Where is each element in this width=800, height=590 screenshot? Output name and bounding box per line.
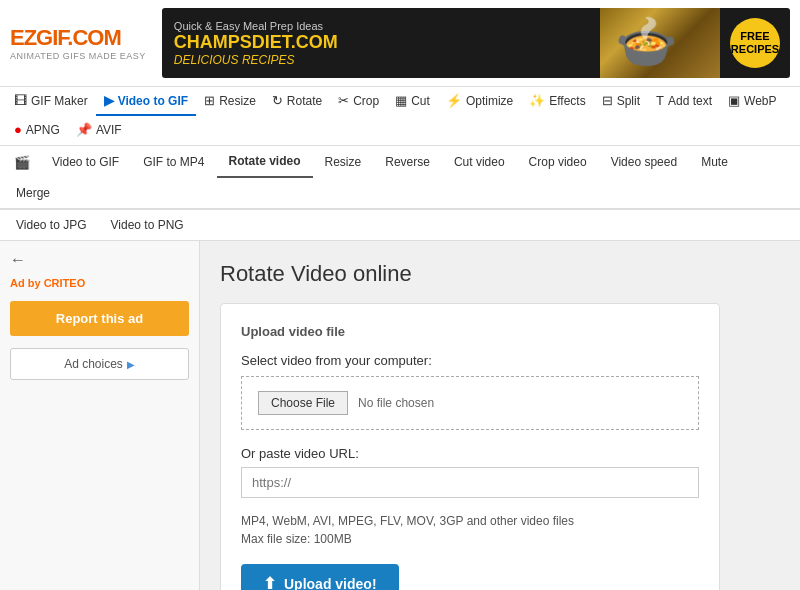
gif-maker-icon: 🎞 [14,93,27,108]
ad-food-image [600,8,720,78]
sub-nav-rotate-video[interactable]: Rotate video [217,146,313,178]
nav-rotate-label: Rotate [287,94,322,108]
split-icon: ⊟ [602,93,613,108]
avif-icon: 📌 [76,122,92,137]
nav-gif-maker[interactable]: 🎞 GIF Maker [6,87,96,116]
nav-cut-label: Cut [411,94,430,108]
nav-effects-label: Effects [549,94,585,108]
file-info: MP4, WebM, AVI, MPEG, FLV, MOV, 3GP and … [241,512,699,548]
optimize-icon: ⚡ [446,93,462,108]
report-ad-button[interactable]: Report this ad [10,301,189,336]
file-input-area: Choose File No file chosen [241,376,699,430]
select-label: Select video from your computer: [241,353,699,368]
nav-webp[interactable]: ▣ WebP [720,87,784,116]
sub-nav: 🎬 Video to GIF GIF to MP4 Rotate video R… [0,146,800,210]
upload-section-title: Upload video file [241,324,699,339]
sub-nav-row2: Video to JPG Video to PNG [0,210,800,241]
url-input[interactable] [241,467,699,498]
nav-apng-label: APNG [26,123,60,137]
upload-button[interactable]: ⬆ Upload video! [241,564,399,590]
rotate-icon: ↻ [272,93,283,108]
upload-btn-label: Upload video! [284,576,377,591]
sub-nav-merge[interactable]: Merge [4,178,62,208]
upload-icon: ⬆ [263,574,276,590]
ad-choices-arrow-icon: ▶ [127,359,135,370]
sub-nav-gif-to-mp4[interactable]: GIF to MP4 [131,147,216,177]
content: Rotate Video online Upload video file Se… [200,241,800,590]
nav-cut[interactable]: ▦ Cut [387,87,438,116]
sub-nav-cut-video[interactable]: Cut video [442,147,517,177]
ad-badge: FREE RECIPES [730,18,780,68]
no-file-text: No file chosen [358,396,434,410]
sub-nav-video-to-png[interactable]: Video to PNG [99,210,196,240]
choose-file-button[interactable]: Choose File [258,391,348,415]
upload-box: Upload video file Select video from your… [220,303,720,590]
sub-nav-film-icon: 🎬 [4,147,40,178]
nav-crop[interactable]: ✂ Crop [330,87,387,116]
sub-nav-crop-video[interactable]: Crop video [517,147,599,177]
back-button[interactable]: ← [10,251,189,269]
nav-avif-label: AVIF [96,123,122,137]
logo-text: EZGIF.COM [10,25,146,51]
nav-resize[interactable]: ⊞ Resize [196,87,264,116]
logo-ezgif: EZGIF [10,25,67,50]
webp-icon: ▣ [728,93,740,108]
header: EZGIF.COM ANIMATED GIFS MADE EASY Quick … [0,0,800,87]
nav-optimize[interactable]: ⚡ Optimize [438,87,521,116]
nav-apng[interactable]: ● APNG [6,116,68,145]
nav-rotate[interactable]: ↻ Rotate [264,87,330,116]
nav-video-to-gif[interactable]: ▶ Video to GIF [96,87,196,116]
main: ← Ad by CRITEO Report this ad Ad choices… [0,241,800,590]
logo-subtitle: ANIMATED GIFS MADE EASY [10,51,146,61]
logo-dotcom: .COM [67,25,120,50]
criteo-brand: CRITEO [44,277,86,289]
nav-optimize-label: Optimize [466,94,513,108]
nav-avif[interactable]: 📌 AVIF [68,116,130,145]
sub-nav-video-to-gif[interactable]: Video to GIF [40,147,131,177]
nav-split-label: Split [617,94,640,108]
nav-add-text[interactable]: T Add text [648,87,720,116]
page-title: Rotate Video online [220,261,780,287]
sub-nav-reverse[interactable]: Reverse [373,147,442,177]
ad-line3: DELICIOUS RECIPES [174,53,338,67]
file-info-line2: Max file size: 100MB [241,530,699,548]
ad-choices-label: Ad choices [64,357,123,371]
add-text-icon: T [656,93,664,108]
or-paste-label: Or paste video URL: [241,446,699,461]
sub-nav-video-to-jpg[interactable]: Video to JPG [4,210,99,240]
sub-nav-mute[interactable]: Mute [689,147,740,177]
ad-banner: Quick & Easy Meal Prep Ideas CHAMPSDIET.… [162,8,790,78]
nav-crop-label: Crop [353,94,379,108]
resize-icon: ⊞ [204,93,215,108]
nav-webp-label: WebP [744,94,776,108]
ad-choices-button[interactable]: Ad choices ▶ [10,348,189,380]
crop-icon: ✂ [338,93,349,108]
sub-nav-resize[interactable]: Resize [313,147,374,177]
sidebar: ← Ad by CRITEO Report this ad Ad choices… [0,241,200,590]
nav-resize-label: Resize [219,94,256,108]
nav-effects[interactable]: ✨ Effects [521,87,593,116]
nav-bar: 🎞 GIF Maker ▶ Video to GIF ⊞ Resize ↻ Ro… [0,87,800,146]
apng-icon: ● [14,122,22,137]
effects-icon: ✨ [529,93,545,108]
nav-split[interactable]: ⊟ Split [594,87,648,116]
logo: EZGIF.COM ANIMATED GIFS MADE EASY [10,25,146,61]
nav-add-text-label: Add text [668,94,712,108]
nav-gif-maker-label: GIF Maker [31,94,88,108]
ad-by-label: Ad by CRITEO [10,277,189,289]
sub-nav-video-speed[interactable]: Video speed [599,147,690,177]
ad-line1: Quick & Easy Meal Prep Ideas [174,20,338,32]
ad-banner-text: Quick & Easy Meal Prep Ideas CHAMPSDIET.… [162,12,350,75]
nav-video-to-gif-label: Video to GIF [118,94,188,108]
video-to-gif-icon: ▶ [104,93,114,108]
ad-line2: CHAMPSDIET.COM [174,32,338,53]
file-info-line1: MP4, WebM, AVI, MPEG, FLV, MOV, 3GP and … [241,512,699,530]
cut-icon: ▦ [395,93,407,108]
